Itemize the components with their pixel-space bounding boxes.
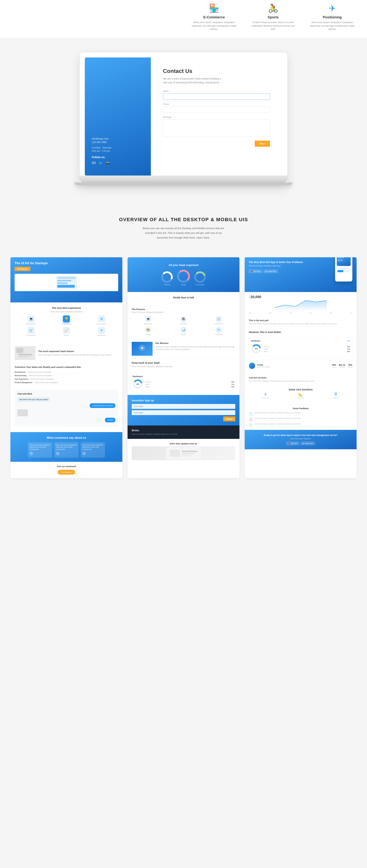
cta-play-store-btn[interactable]: ▶ Google Play [301,442,315,445]
chart-big-num: ↑20,000 [249,295,352,299]
top-cards: 🏪 E-Commerce Nemo enim ipsam voluptatem … [190,3,357,31]
process-design: 🎨 Design [132,327,165,335]
card2-mission-img: ⌚ [132,342,152,356]
preview-card-right: The Very Best iOS App to Solve Your Prob… [245,257,357,478]
instagram-icon[interactable]: 📷 [106,161,110,165]
ecommerce-desc: Nemo enim ipsam voluptatem voluptatem as… [190,21,238,31]
newsletter-name-input[interactable] [132,404,235,409]
profile-stat-2: $21.7k Revenue [339,364,345,368]
testimonials-title: What customers say about us [15,436,118,439]
card3-stat-sales: Sales 54% [263,350,350,353]
top-section: 🏪 E-Commerce Nemo enim ipsam voluptatem … [0,0,367,38]
card2-dashboard-stats: Revenue 39% Traffic 74% Sales 54% [145,381,234,388]
feedback-text-2: Nemo enim ipsam voluptatem voluptatem as… [255,417,301,420]
card3-play-store-btn[interactable]: ▶ Google Play [263,270,278,273]
svg-text:39%: 39% [255,348,258,350]
testimonials-hero: What customers say about us Nemo enim ip… [10,432,122,462]
core-modeling-icon: 📐 [284,392,317,397]
newsletter-submit-btn[interactable]: Submit [223,416,235,421]
card3-hero-sub: Nemo enim ipsam voluptatem aspernatur. [249,265,335,267]
testimonial-1-avatar [30,452,33,455]
ecommerce-icon: 🏪 [190,3,238,13]
card1-feature-img [15,346,35,360]
card3-last-desc: Nemo enim ipsam voluptatem voluptatem as… [249,380,352,382]
transform-item-development: Development — Nemo enim ipsam voluptatem [15,370,118,374]
card2-newsletter-hero: Newsletter Sign Up Submit [128,395,239,426]
card3-app-store-btn[interactable]: 🍎 App Store [249,270,262,273]
card2-divide-section: Divide time in half [128,292,239,305]
laptop-screen: info@saas.com 123 456 7890 Tuesday - Sat… [85,58,282,176]
card1-feature-title: The most requested SaaS feature [38,350,118,352]
achievements-label: Achievements [61,323,72,325]
message-input[interactable] [163,119,270,137]
card3-stat-revenue: Revenue 39% [263,345,350,348]
card3-last-title: Last but not least.. [249,376,352,379]
testimonial-3: Nemo enim ipsam voluptatem aspernatur au… [81,442,105,458]
core-positioning-label: Positioning [249,397,282,399]
transform-item-ux: User Experience — Nemo enim ipsam volupt… [15,377,118,381]
newsletter-email-input[interactable] [132,410,235,415]
cta-app-store-btn[interactable]: 🍎 App Store [286,442,300,445]
chat-widget: Chat with Mark Hey there! How can I help… [15,390,118,427]
card3-bestpart-desc: Nemo enim ipsam voluptatem voluptatem as… [249,323,352,325]
svg-rect-24 [182,453,194,454]
process-positioning: ✈ Positioning [202,327,235,335]
card3-cta-section: Ready to get the latest app to explore Y… [245,430,357,449]
chat-msg-2: I need help with my account [90,403,115,408]
card1-hero-btn[interactable]: Get Started [15,267,30,271]
positioning-label: Positioning [98,335,106,336]
card3-feedback-section: Some Feedback Nemo enim ipsam voluptatem… [245,404,357,430]
development-icon-box: ⚙ [98,315,105,322]
testimonial-1: Nemo enim ipsam voluptatem aspernatur au… [28,442,52,458]
cta-btns: 🍎 App Store ▶ Google Play [249,442,352,445]
svg-text:⌚: ⌚ [140,346,144,350]
cta-sub: Nemo enim ipsam voluptatem [249,438,352,439]
dashboard-stat-sales: Sales 54% [145,385,234,388]
behance-icon[interactable]: Bē [92,161,96,165]
name-input[interactable] [163,93,270,100]
card1-testimonials-section: What customers say about us Nemo enim ip… [10,432,122,478]
card2-process-title: The Process [132,308,235,311]
testimonial-2-avatar [56,452,59,455]
ecommerce-title: E-Commerce [190,15,238,19]
feedback-item-3: Nemo enim ipsam voluptatem voluptatem as… [249,423,352,427]
card2-donut-chart: 39% [133,379,143,390]
preview-grid: The UI Kit for Startups Get Started The … [0,250,367,492]
card3-dashboard-badge: 39% [347,340,350,342]
join-btn[interactable]: Get Started [58,470,75,475]
multiplatform-icon-box: 💻 [28,315,35,322]
positioning-icon-box: ✈ [98,327,105,334]
laptop-wrapper: info@saas.com 123 456 7890 Tuesday - Sat… [79,52,288,186]
card3-feedback-items: Nemo enim ipsam voluptatem voluptatem as… [249,412,352,427]
play-icon: ▶ [265,271,267,272]
process-equity: 📊 Equity [167,327,200,335]
pie-charts-row: Planning Design E-commerce [161,269,206,286]
card1-experience-section: The very best experience Nemo enim ipsam… [10,302,122,343]
contact-desc: We are a team of passionate SaaS workers… [163,77,222,85]
preview-card-left: The UI Kit for Startups Get Started The … [10,257,122,478]
feedback-avatar-3 [249,423,253,427]
core-modeling-label: Modeling [284,397,317,399]
card3-core-title: Some core functions [249,388,352,391]
testimonial-cards-row: Nemo enim ipsam voluptatem aspernatur au… [15,442,118,458]
design-label: Design [132,334,165,335]
process-positioning-icon: ✈ [216,327,222,333]
laptop-phone: 123 456 7890 [92,141,144,144]
card3-dashboard-stats: Revenue 39% Traffic 74% Sales 54% [263,345,350,353]
testimonial-2-text: Nemo enim ipsam voluptatem aspernatur au… [56,444,77,451]
card3-profile-section: Profile Nemo enim ipsam 7PH Posts $21.7k… [245,360,357,374]
send-button[interactable]: Send [255,141,270,147]
phone-input[interactable] [163,106,270,113]
core-modeling: 📐 Modeling [284,392,317,399]
feedback-avatar-2 [249,417,253,422]
svg-rect-4 [57,285,75,288]
card1-icon-positioning: ✈ Positioning [85,327,118,336]
laptop-follow-label: Follow us. [92,156,144,159]
newsletter-dark-text: Nemo enim ipsam voluptatem voluptatem as… [132,433,235,436]
phone-screen-content [337,267,351,273]
svg-rect-22 [170,450,180,457]
responsive-label: Responsive [132,323,165,324]
profile-stat-3: 75% Growth [348,364,352,368]
twitter-icon[interactable]: 🐦 [99,161,103,165]
process-learning: 📚 Learning [167,316,200,324]
